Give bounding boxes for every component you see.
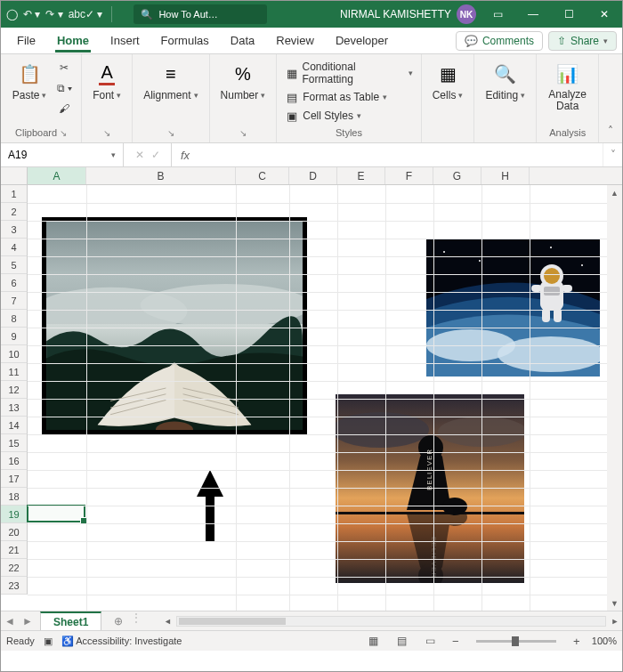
normal-view-button[interactable]: ▦ — [364, 633, 384, 649]
zoom-level[interactable]: 100% — [592, 636, 617, 646]
row-header-4[interactable]: 4 — [1, 239, 28, 256]
autosave-toggle[interactable]: ◯ — [6, 8, 18, 20]
paste-button[interactable]: 📋 Paste▾ — [9, 58, 51, 105]
format-painter-button[interactable]: 🖌 — [55, 101, 73, 116]
row-header-6[interactable]: 6 — [1, 274, 28, 292]
cell-area[interactable]: BELIEVER BELIEVER — [28, 185, 607, 611]
scroll-down-button[interactable]: ▼ — [607, 595, 622, 611]
fx-button[interactable]: fx — [172, 143, 198, 166]
column-header-G[interactable]: G — [433, 167, 481, 184]
tab-formulas[interactable]: Formulas — [150, 29, 220, 52]
row-header-8[interactable]: 8 — [1, 310, 28, 328]
number-menu[interactable]: %Number▾ — [217, 58, 270, 105]
column-header-C[interactable]: C — [236, 167, 289, 184]
add-sheet-button[interactable]: ⊕ — [107, 611, 130, 630]
column-header-E[interactable]: E — [337, 167, 385, 184]
search-box[interactable]: 🔍 How To Aut… — [134, 4, 267, 24]
row-header-10[interactable]: 10 — [1, 345, 28, 363]
font-menu[interactable]: AFont▾ — [89, 58, 125, 105]
name-box[interactable]: A19 ▾ — [1, 143, 124, 166]
tab-file[interactable]: File — [6, 29, 46, 52]
select-all-button[interactable] — [1, 167, 28, 185]
column-header-B[interactable]: B — [86, 167, 236, 184]
column-headers[interactable]: ABCDEFGH — [28, 167, 622, 185]
redo-button[interactable]: ↷ ▾ — [45, 8, 62, 20]
row-header-19[interactable]: 19 — [1, 506, 28, 523]
scroll-up-button[interactable]: ▲ — [607, 185, 622, 200]
scroll-right-button[interactable]: ► — [608, 617, 622, 626]
row-header-14[interactable]: 14 — [1, 417, 28, 434]
zoom-out-button[interactable]: − — [449, 635, 462, 648]
row-header-11[interactable]: 11 — [1, 363, 28, 381]
analyze-data-button[interactable]: 📊Analyze Data — [544, 58, 591, 116]
share-button[interactable]: ⇧Share▾ — [548, 31, 617, 51]
page-break-view-button[interactable]: ▭ — [421, 633, 441, 649]
cut-button[interactable]: ✂ — [55, 61, 73, 75]
picture-believer[interactable]: BELIEVER BELIEVER — [336, 394, 524, 583]
column-header-A[interactable]: A — [28, 167, 86, 184]
maximize-button[interactable]: ☐ — [551, 1, 587, 28]
row-header-3[interactable]: 3 — [1, 221, 28, 239]
tab-data[interactable]: Data — [220, 29, 265, 52]
spellcheck-button[interactable]: abc✓ ▾ — [69, 8, 103, 20]
cell-styles-button[interactable]: ▣Cell Styles ▾ — [284, 108, 362, 124]
tab-review[interactable]: Review — [265, 29, 325, 52]
horizontal-scroll-thumb[interactable] — [179, 618, 286, 625]
sheet-tab-active[interactable]: Sheet1 — [40, 611, 101, 630]
expand-formula-bar-button[interactable]: ˅ — [603, 143, 622, 166]
row-header-1[interactable]: 1 — [1, 185, 28, 203]
tab-developer[interactable]: Developer — [325, 29, 399, 52]
picture-book[interactable] — [42, 217, 307, 434]
row-header-23[interactable]: 23 — [1, 577, 28, 595]
column-header-F[interactable]: F — [385, 167, 433, 184]
picture-astronaut[interactable] — [426, 239, 600, 376]
worksheet-grid[interactable]: ABCDEFGH 1234567891011121314151617181920… — [1, 167, 622, 611]
account-area[interactable]: NIRMAL KAMISHETTY NK — [340, 4, 480, 24]
row-header-17[interactable]: 17 — [1, 470, 28, 488]
row-headers[interactable]: 1234567891011121314151617181920212223 — [1, 185, 28, 595]
alignment-menu[interactable]: ≡Alignment▾ — [140, 58, 201, 105]
row-header-21[interactable]: 21 — [1, 541, 28, 559]
cells-menu[interactable]: ▦Cells▾ — [429, 58, 467, 105]
accept-formula-button[interactable]: ✓ — [151, 149, 160, 161]
undo-button[interactable]: ↶ ▾ — [23, 8, 40, 20]
row-header-16[interactable]: 16 — [1, 452, 28, 470]
sheet-nav-prev[interactable]: ◄ — [1, 611, 19, 630]
conditional-formatting-button[interactable]: ▦Conditional Formatting ▾ — [284, 60, 413, 86]
row-header-12[interactable]: 12 — [1, 381, 28, 399]
comments-button[interactable]: 💬Comments — [456, 31, 543, 51]
accessibility-status[interactable]: ♿ Accessibility: Investigate — [61, 636, 182, 647]
avatar[interactable]: NK — [457, 4, 476, 24]
tab-insert[interactable]: Insert — [100, 29, 150, 52]
ribbon-display-options-button[interactable]: ▭ — [480, 1, 515, 28]
row-header-22[interactable]: 22 — [1, 559, 28, 577]
sheet-nav-next[interactable]: ► — [19, 611, 36, 630]
formula-input[interactable] — [198, 143, 603, 166]
zoom-in-button[interactable]: + — [570, 635, 583, 648]
row-header-7[interactable]: 7 — [1, 292, 28, 310]
row-header-9[interactable]: 9 — [1, 328, 28, 345]
zoom-slider-knob[interactable] — [512, 636, 519, 646]
column-header-H[interactable]: H — [481, 167, 530, 184]
scroll-left-button[interactable]: ◄ — [160, 617, 174, 626]
row-header-13[interactable]: 13 — [1, 399, 28, 417]
collapse-ribbon-button[interactable]: ˄ — [598, 54, 622, 142]
macro-record-icon[interactable]: ▣ — [44, 636, 53, 647]
vertical-scrollbar[interactable]: ▲ ▼ — [607, 185, 622, 611]
tab-home[interactable]: Home — [46, 29, 100, 52]
copy-button[interactable]: ⧉ ▾ — [55, 81, 73, 95]
close-button[interactable]: ✕ — [587, 1, 622, 28]
row-header-15[interactable]: 15 — [1, 434, 28, 452]
dialog-launcher-icon[interactable]: ↘ — [60, 128, 67, 138]
cancel-formula-button[interactable]: ✕ — [135, 149, 144, 161]
row-header-18[interactable]: 18 — [1, 488, 28, 506]
row-header-2[interactable]: 2 — [1, 203, 28, 221]
page-layout-view-button[interactable]: ▤ — [392, 633, 412, 649]
dialog-launcher-icon[interactable]: ↘ — [103, 128, 110, 138]
zoom-slider[interactable] — [476, 640, 556, 643]
format-as-table-button[interactable]: ▤Format as Table ▾ — [284, 89, 388, 105]
horizontal-scrollbar[interactable]: ◄ ► — [160, 611, 622, 630]
minimize-button[interactable]: — — [515, 1, 551, 28]
dialog-launcher-icon[interactable]: ↘ — [239, 128, 247, 138]
editing-menu[interactable]: 🔍Editing▾ — [481, 58, 529, 105]
